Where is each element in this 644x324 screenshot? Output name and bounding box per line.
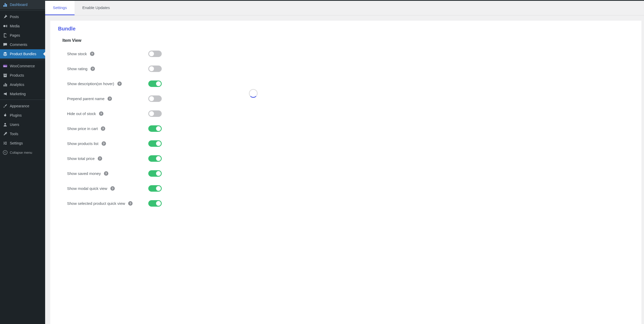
sidebar-item-appearance[interactable]: Appearance bbox=[0, 101, 45, 111]
dashboard-icon bbox=[3, 2, 8, 7]
setting-label-text: Show price in cart bbox=[67, 126, 98, 131]
sidebar-separator bbox=[0, 99, 45, 100]
setting-toggle[interactable] bbox=[148, 200, 162, 207]
setting-label: Show selected product quick view? bbox=[67, 201, 148, 206]
setting-label: Show total price? bbox=[67, 156, 148, 161]
collapse-menu-label: Collapse menu bbox=[10, 151, 32, 155]
setting-label: Show rating? bbox=[67, 67, 148, 71]
help-icon[interactable]: ? bbox=[108, 96, 112, 101]
brush-icon bbox=[3, 103, 8, 109]
sidebar-item-marketing[interactable]: Marketing bbox=[0, 89, 45, 99]
help-icon[interactable]: ? bbox=[98, 156, 102, 161]
woo-icon: Woo bbox=[3, 63, 8, 69]
setting-toggle[interactable] bbox=[148, 66, 162, 72]
setting-label-text: Show total price bbox=[67, 156, 95, 161]
sidebar-item-label: Pages bbox=[10, 33, 20, 37]
layers-icon bbox=[3, 51, 8, 56]
setting-toggle[interactable] bbox=[148, 110, 162, 117]
toggle-knob bbox=[156, 126, 161, 131]
sidebar-item-plugins[interactable]: Plugins bbox=[0, 111, 45, 120]
setting-row: Show modal quick view? bbox=[58, 185, 634, 192]
tab-label: Settings bbox=[53, 5, 67, 10]
setting-label-text: Show selected product quick view bbox=[67, 201, 125, 206]
setting-toggle[interactable] bbox=[148, 140, 162, 147]
help-icon[interactable]: ? bbox=[117, 82, 122, 86]
tab-label: Enable Updates bbox=[82, 5, 110, 10]
help-icon[interactable]: ? bbox=[99, 111, 103, 116]
sidebar-item-products[interactable]: Products bbox=[0, 71, 45, 80]
comment-icon bbox=[3, 42, 8, 47]
sidebar-item-label: WooCommerce bbox=[10, 64, 35, 68]
pin-icon bbox=[3, 14, 8, 19]
sidebar-item-dashboard[interactable]: Dashboard bbox=[0, 0, 45, 9]
tab-settings[interactable]: Settings bbox=[45, 1, 75, 15]
setting-row: Show saved money? bbox=[58, 170, 634, 177]
sidebar-item-media[interactable]: Media bbox=[0, 21, 45, 31]
help-icon[interactable]: ? bbox=[102, 141, 106, 146]
setting-toggle[interactable] bbox=[148, 185, 162, 192]
setting-row: Prepend parent name? bbox=[58, 95, 634, 102]
user-icon bbox=[3, 122, 8, 127]
setting-toggle[interactable] bbox=[148, 80, 162, 87]
sidebar-item-woocommerce[interactable]: Woo WooCommerce bbox=[0, 61, 45, 71]
help-icon[interactable]: ? bbox=[110, 186, 115, 191]
sidebar-item-label: Posts bbox=[10, 15, 19, 19]
svg-point-4 bbox=[3, 150, 7, 155]
setting-row: Hide out of stock? bbox=[58, 110, 634, 117]
sidebar-item-tools[interactable]: Tools bbox=[0, 129, 45, 139]
setting-label: Prepend parent name? bbox=[67, 96, 148, 101]
sidebar-item-settings[interactable]: Settings bbox=[0, 139, 45, 148]
toggle-knob bbox=[149, 66, 154, 71]
plug-icon bbox=[3, 113, 8, 118]
toggle-knob bbox=[156, 186, 161, 191]
sidebar-item-label: Product Bundles bbox=[10, 52, 36, 56]
setting-row: Show price in cart? bbox=[58, 125, 634, 132]
setting-row: Show products list? bbox=[58, 140, 634, 147]
setting-toggle[interactable] bbox=[148, 125, 162, 132]
sidebar-item-label: Marketing bbox=[10, 92, 26, 96]
sidebar-item-posts[interactable]: Posts bbox=[0, 12, 45, 21]
help-icon[interactable]: ? bbox=[91, 67, 95, 71]
sidebar-item-comments[interactable]: Comments bbox=[0, 40, 45, 49]
sidebar-item-pages[interactable]: Pages bbox=[0, 31, 45, 40]
setting-row: Show total price? bbox=[58, 155, 634, 162]
wrench-icon bbox=[3, 131, 8, 136]
sidebar-item-users[interactable]: Users bbox=[0, 120, 45, 129]
setting-label-text: Show saved money bbox=[67, 171, 101, 176]
help-icon[interactable]: ? bbox=[101, 126, 105, 131]
help-icon[interactable]: ? bbox=[104, 171, 108, 176]
sidebar-item-label: Appearance bbox=[10, 104, 29, 108]
settings-list: Show stock?Show rating?Show description(… bbox=[58, 51, 634, 207]
setting-label-text: Show modal quick view bbox=[67, 186, 107, 191]
sidebar-separator bbox=[0, 59, 45, 60]
sidebar-separator bbox=[0, 9, 45, 11]
tab-enable-updates[interactable]: Enable Updates bbox=[75, 1, 118, 15]
setting-row: Show selected product quick view? bbox=[58, 200, 634, 207]
sidebar-item-product-bundles[interactable]: Product Bundles bbox=[0, 49, 45, 59]
megaphone-icon bbox=[3, 91, 8, 96]
toggle-knob bbox=[156, 81, 161, 86]
setting-toggle[interactable] bbox=[148, 170, 162, 177]
setting-label-text: Show description(on hover) bbox=[67, 82, 114, 86]
toggle-knob bbox=[149, 51, 154, 56]
toggle-knob bbox=[156, 171, 161, 176]
collapse-menu-button[interactable]: Collapse menu bbox=[0, 148, 45, 157]
setting-toggle[interactable] bbox=[148, 155, 162, 162]
setting-toggle[interactable] bbox=[148, 51, 162, 57]
help-icon[interactable]: ? bbox=[128, 201, 133, 206]
page-icon bbox=[3, 33, 8, 38]
toggle-knob bbox=[149, 96, 154, 101]
settings-panel: Bundle Item View Show stock?Show rating?… bbox=[50, 21, 641, 324]
panel-title: Bundle bbox=[58, 26, 634, 32]
setting-label-text: Show products list bbox=[67, 141, 99, 146]
sidebar-item-label: Users bbox=[10, 123, 19, 127]
setting-label-text: Show stock bbox=[67, 52, 87, 56]
tab-bar: Settings Enable Updates bbox=[45, 1, 644, 15]
setting-row: Show stock? bbox=[58, 51, 634, 57]
setting-label: Show products list? bbox=[67, 141, 148, 146]
sidebar-item-analytics[interactable]: Analytics bbox=[0, 80, 45, 89]
setting-toggle[interactable] bbox=[148, 95, 162, 102]
setting-row: Show description(on hover)? bbox=[58, 80, 634, 87]
setting-label: Show description(on hover)? bbox=[67, 82, 148, 86]
help-icon[interactable]: ? bbox=[90, 52, 94, 56]
